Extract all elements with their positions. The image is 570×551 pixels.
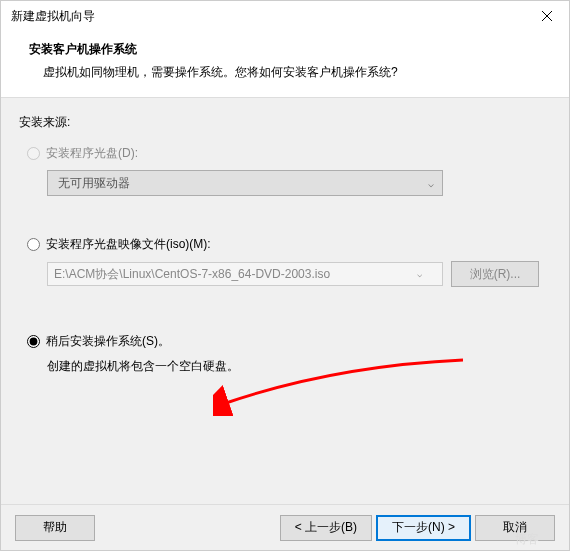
wizard-header: 安装客户机操作系统 虚拟机如同物理机，需要操作系统。您将如何安装客户机操作系统? [1,31,569,98]
drive-select: 无可用驱动器 ⌵ [47,170,443,196]
next-button[interactable]: 下一步(N) > [376,515,471,541]
drive-select-value: 无可用驱动器 [58,175,130,192]
content-area: 安装来源: 安装程序光盘(D): 无可用驱动器 ⌵ 安装程序光盘映像文件(iso… [1,98,569,504]
chevron-down-icon: ⌵ [417,269,422,279]
radio-iso[interactable] [27,238,40,251]
radio-disc-label: 安装程序光盘(D): [46,145,138,162]
back-button[interactable]: < 上一步(B) [280,515,372,541]
browse-button: 浏览(R)... [451,261,539,287]
watermark: 博客 [515,531,539,548]
close-button[interactable] [525,1,569,31]
iso-path-input: E:\ACM协会\Linux\CentOS-7-x86_64-DVD-2003.… [47,262,443,286]
chevron-down-icon: ⌵ [428,178,434,189]
iso-path-value: E:\ACM协会\Linux\CentOS-7-x86_64-DVD-2003.… [54,266,330,283]
radio-iso-label[interactable]: 安装程序光盘映像文件(iso)(M): [46,236,211,253]
header-title: 安装客户机操作系统 [29,41,549,58]
close-icon [542,11,552,21]
section-label: 安装来源: [19,114,551,131]
footer: 帮助 < 上一步(B) 下一步(N) > 取消 博客 [1,504,569,550]
header-subtitle: 虚拟机如同物理机，需要操作系统。您将如何安装客户机操作系统? [29,64,549,81]
later-info-text: 创建的虚拟机将包含一个空白硬盘。 [47,358,551,375]
radio-disc [27,147,40,160]
radio-later[interactable] [27,335,40,348]
radio-later-label[interactable]: 稍后安装操作系统(S)。 [46,333,170,350]
window-title: 新建虚拟机向导 [11,8,95,25]
help-button[interactable]: 帮助 [15,515,95,541]
